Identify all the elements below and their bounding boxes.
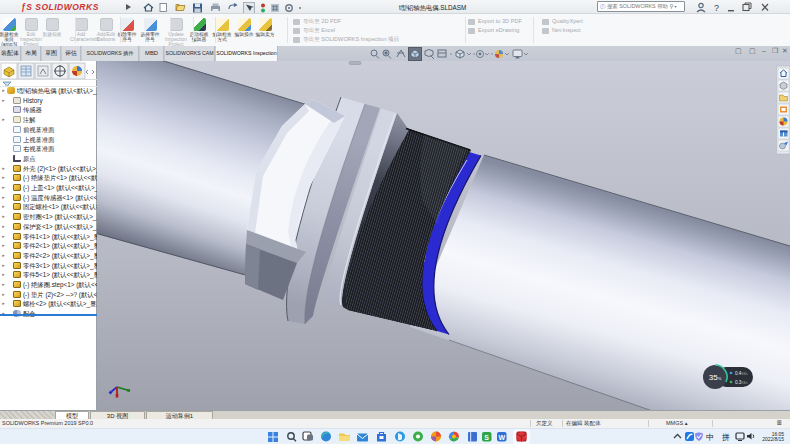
svg-text:S: S [484, 434, 489, 441]
svg-text:拼: 拼 [721, 433, 730, 442]
svg-text:?: ? [714, 3, 719, 13]
svg-text:0.4KB/s: 0.4KB/s [735, 371, 748, 376]
svg-text:0.3KB/s: 0.3KB/s [735, 380, 748, 385]
svg-text:W: W [498, 434, 505, 441]
svg-text:中: 中 [706, 433, 714, 442]
